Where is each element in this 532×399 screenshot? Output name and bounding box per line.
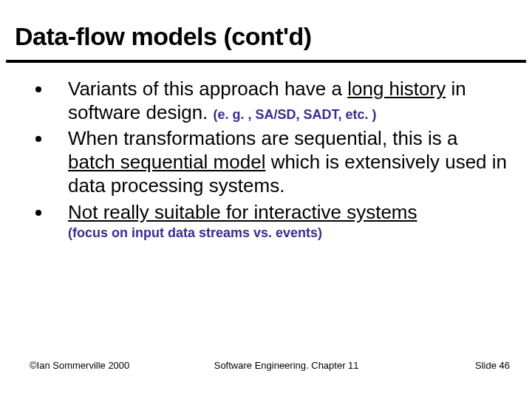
bullet-text-pre: Variants of this approach have a (68, 78, 347, 100)
bullet-paren: (focus on input data streams vs. events) (68, 225, 510, 242)
footer-left: ©Ian Sommerville 2000 (30, 360, 129, 371)
bullet-text-underlined: long history (347, 78, 446, 100)
list-item: Variants of this approach have a long hi… (22, 78, 510, 124)
list-item: Not really suitable for interactive syst… (22, 201, 510, 242)
bullet-paren: (e. g. , SA/SD, SADT, etc. ) (214, 107, 377, 122)
footer-right: Slide 46 (443, 360, 510, 371)
bullet-list: Variants of this approach have a long hi… (22, 78, 510, 242)
slide-title: Data-flow models (cont'd) (15, 22, 517, 51)
bullet-text-pre: When transformations are sequential, thi… (68, 127, 457, 149)
content-area: Variants of this approach have a long hi… (0, 63, 532, 242)
bullet-text-underlined: Not really suitable for interactive syst… (68, 201, 417, 223)
footer-center: Software Engineering. Chapter 11 (129, 360, 443, 371)
title-wrap: Data-flow models (cont'd) (0, 0, 532, 55)
slide-footer: ©Ian Sommerville 2000 Software Engineeri… (0, 360, 532, 371)
list-item: When transformations are sequential, thi… (22, 127, 510, 197)
bullet-text-underlined: batch sequential model (68, 151, 265, 173)
slide: Data-flow models (cont'd) Variants of th… (0, 0, 532, 399)
